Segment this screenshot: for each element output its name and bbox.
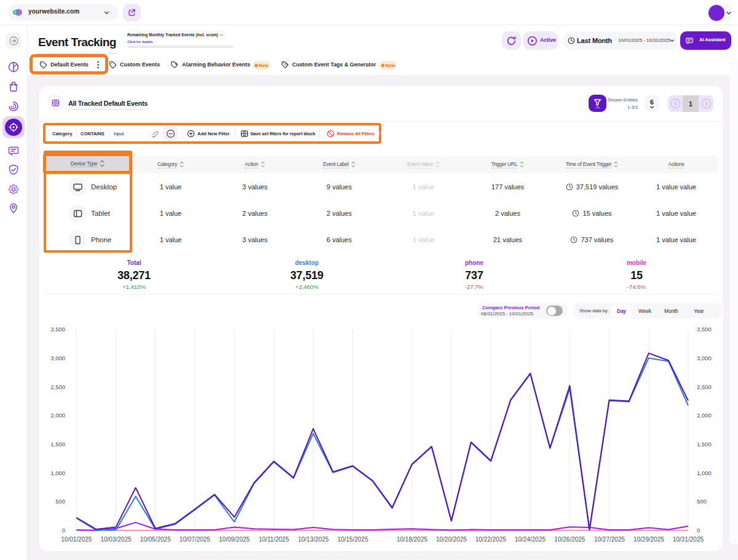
svg-text:10/13/2025: 10/13/2025 (298, 536, 328, 543)
svg-text:1,000: 1,000 (697, 470, 712, 476)
svg-text:1,500: 1,500 (697, 441, 712, 448)
svg-text:500: 500 (55, 498, 65, 505)
svg-text:2,500: 2,500 (50, 384, 65, 390)
svg-text:10/01/2025: 10/01/2025 (61, 536, 92, 543)
svg-text:3,000: 3,000 (50, 355, 65, 361)
svg-text:10/05/2025: 10/05/2025 (140, 536, 171, 543)
svg-text:2,000: 2,000 (50, 412, 65, 419)
svg-text:2,000: 2,000 (697, 412, 712, 419)
svg-text:0: 0 (697, 527, 700, 534)
svg-text:0: 0 (62, 527, 65, 534)
svg-text:10/03/2025: 10/03/2025 (100, 536, 131, 543)
svg-text:10/27/2025: 10/27/2025 (594, 536, 625, 543)
svg-text:10/18/2025: 10/18/2025 (397, 536, 427, 543)
svg-text:10/15/2025: 10/15/2025 (338, 536, 368, 543)
svg-text:10/22/2025: 10/22/2025 (475, 536, 506, 543)
svg-text:1,500: 1,500 (50, 441, 65, 448)
svg-text:500: 500 (697, 498, 707, 505)
svg-text:10/11/2025: 10/11/2025 (259, 536, 290, 543)
svg-text:3,000: 3,000 (697, 355, 712, 361)
svg-text:10/20/2025: 10/20/2025 (436, 536, 467, 543)
svg-text:10/09/2025: 10/09/2025 (219, 536, 250, 543)
svg-text:10/24/2025: 10/24/2025 (515, 536, 546, 543)
svg-text:10/26/2025: 10/26/2025 (554, 536, 585, 543)
svg-text:1,000: 1,000 (50, 470, 65, 476)
svg-text:10/07/2025: 10/07/2025 (180, 536, 210, 543)
svg-text:3,500: 3,500 (50, 326, 65, 333)
svg-text:10/29/2025: 10/29/2025 (633, 536, 664, 543)
svg-text:3,500: 3,500 (697, 326, 712, 333)
svg-text:10/31/2025: 10/31/2025 (673, 536, 704, 543)
svg-text:2,500: 2,500 (697, 384, 712, 390)
